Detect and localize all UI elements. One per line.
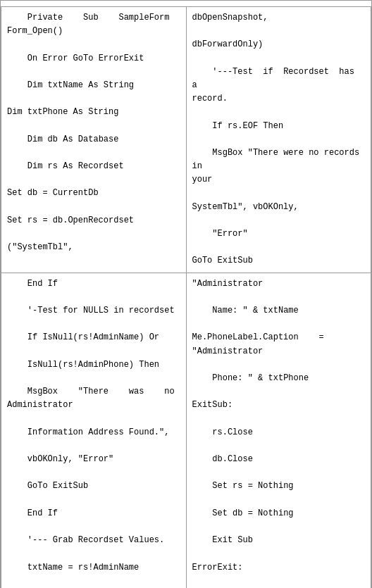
code-cell-row1-col2: dbOpenSnapshot, dbForwardOnly) '---Test … [186, 7, 371, 273]
page-container: Private Sub SampleForm Form_Open() On Er… [0, 0, 372, 588]
code-table: Private Sub SampleForm Form_Open() On Er… [1, 7, 371, 588]
title-bar [1, 1, 371, 7]
code-cell-row2-col1: End If '-Test for NULLS in recordset If … [1, 273, 187, 588]
code-cell-row2-col2: "Administrator Name: " & txtName Me.Phon… [186, 273, 371, 588]
code-cell-row1-col1: Private Sub SampleForm Form_Open() On Er… [1, 7, 187, 273]
